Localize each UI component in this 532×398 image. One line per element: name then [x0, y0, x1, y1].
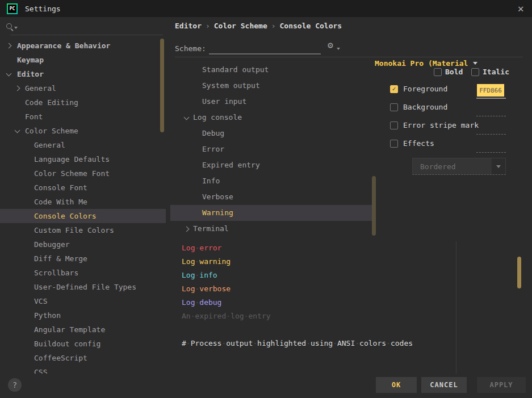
- italic-label: Italic: [483, 68, 509, 77]
- chevron-right-icon: [15, 86, 20, 91]
- sidebar-item-console-colors[interactable]: Console Colors: [0, 209, 166, 223]
- foreground-color-swatch[interactable]: FFD866: [477, 84, 504, 97]
- italic-checkbox[interactable]: [471, 68, 479, 76]
- sidebar-item-buildout-config[interactable]: Buildout config: [0, 337, 166, 351]
- sidebar-item-user-defined-file-types[interactable]: User-Defined File Types: [0, 280, 166, 294]
- search-options-caret-icon: [14, 27, 18, 29]
- sidebar-item-vcs[interactable]: VCS: [0, 294, 166, 308]
- preview-line: Log·warning: [182, 255, 231, 269]
- sidebar-item-color-scheme[interactable]: Color Scheme: [0, 124, 166, 138]
- sidebar-item-diff-merge[interactable]: Diff & Merge: [0, 252, 166, 266]
- background-label: Background: [403, 103, 447, 112]
- search-input[interactable]: [0, 17, 166, 35]
- search-underline: [10, 35, 163, 35]
- window-title: Settings: [25, 5, 61, 13]
- sidebar-item-css[interactable]: CSS: [0, 365, 166, 374]
- chevron-down-icon: [6, 71, 12, 77]
- apply-button[interactable]: APPLY: [477, 377, 526, 393]
- sidebar-item-appearance-behavior[interactable]: Appearance & Behavior: [0, 39, 166, 53]
- sidebar-item-editor[interactable]: Editor: [0, 67, 166, 81]
- effects-color-field[interactable]: [476, 152, 506, 153]
- effects-label: Effects: [403, 139, 434, 148]
- error-stripe-mark-label: Error stripe mark: [403, 121, 479, 130]
- dropdown-arrow-button: [492, 158, 505, 174]
- preview-scrollbar[interactable]: [517, 257, 521, 288]
- sidebar-item-angular-template[interactable]: Angular Template: [0, 322, 166, 337]
- sidebar-item-general[interactable]: General: [0, 81, 166, 95]
- effect-type-value: Bordered: [413, 162, 492, 171]
- foreground-color-field[interactable]: [476, 98, 506, 99]
- close-icon[interactable]: ×: [517, 3, 525, 14]
- search-icon: [6, 23, 12, 29]
- sidebar-item-scrollbars[interactable]: Scrollbars: [0, 266, 166, 280]
- whitespace-dot: ·: [195, 298, 199, 307]
- whitespace-dot: ·: [244, 312, 249, 320]
- bold-label: Bold: [445, 68, 463, 77]
- whitespace-dot: ·: [226, 312, 231, 320]
- preview-line: Log·debug: [182, 296, 221, 309]
- preview-line: #·Process·output·highlighted·using·ANSI·…: [182, 337, 413, 350]
- whitespace-dot: ·: [195, 257, 199, 266]
- whitespace-dot: ·: [306, 339, 311, 347]
- whitespace-dot: ·: [253, 339, 257, 347]
- whitespace-dot: ·: [195, 244, 199, 252]
- preview-line: Log·error: [182, 241, 221, 255]
- background-checkbox[interactable]: [390, 103, 398, 111]
- help-button[interactable]: ?: [8, 378, 22, 392]
- settings-main-pane: Editor›Color Scheme›Console Colors Schem…: [166, 17, 532, 398]
- preview-line: Log·info: [182, 269, 217, 282]
- sidebar-item-code-with-me[interactable]: Code With Me: [0, 195, 166, 209]
- ok-button[interactable]: OK: [376, 377, 417, 393]
- whitespace-dot: ·: [195, 284, 199, 293]
- chevron-down-icon: [15, 128, 20, 133]
- settings-tree: Appearance & BehaviorKeymapEditorGeneral…: [0, 39, 166, 374]
- chevron-right-icon: [184, 227, 190, 232]
- title-bar: PC Settings ×: [0, 0, 532, 17]
- sidebar-item-color-scheme-font[interactable]: Color Scheme Font: [0, 166, 166, 181]
- cancel-button[interactable]: CANCEL: [421, 377, 467, 393]
- chevron-down-icon: [496, 165, 501, 168]
- settings-sidebar: Appearance & BehaviorKeymapEditorGeneral…: [0, 17, 166, 398]
- sidebar-item-custom-file-colors[interactable]: Custom File Colors: [0, 223, 166, 237]
- sidebar-item-font[interactable]: Font: [0, 110, 166, 124]
- settings-dialog: PC Settings × Appearance & BehaviorKeyma…: [0, 0, 532, 398]
- effects-checkbox[interactable]: [390, 140, 398, 148]
- error-stripe-mark-checkbox[interactable]: [390, 122, 398, 129]
- attribute-panel: Bold Italic ✓ForegroundFFD866BackgroundE…: [166, 17, 532, 204]
- sidebar-scrollbar[interactable]: [160, 39, 164, 132]
- whitespace-dot: ·: [221, 339, 226, 347]
- pycharm-logo-icon: PC: [7, 3, 18, 14]
- chevron-right-icon: [6, 43, 12, 49]
- foreground-checkbox[interactable]: ✓: [390, 85, 398, 93]
- sidebar-item-language-defaults[interactable]: Language Defaults: [0, 152, 166, 166]
- whitespace-dot: ·: [333, 339, 337, 347]
- whitespace-dot: ·: [191, 312, 195, 320]
- sidebar-item-debugger[interactable]: Debugger: [0, 237, 166, 252]
- preview-line: Log·verbose: [182, 282, 231, 296]
- background-color-field[interactable]: [476, 116, 506, 116]
- console-preview-pane[interactable]: Log·errorLog·warningLog·infoLog·verboseL…: [166, 241, 523, 391]
- option-item-terminal[interactable]: Terminal: [170, 221, 372, 237]
- whitespace-dot: ·: [195, 271, 199, 279]
- bold-checkbox[interactable]: [434, 68, 442, 76]
- preview-line: An·expired·log·entry: [182, 309, 271, 323]
- sidebar-item-coffeescript[interactable]: CoffeeScript: [0, 351, 166, 365]
- sidebar-item-keymap[interactable]: Keymap: [0, 53, 166, 67]
- sidebar-item-general[interactable]: General: [0, 138, 166, 152]
- error-stripe-mark-color-field[interactable]: [476, 134, 506, 135]
- sidebar-item-code-editing[interactable]: Code Editing: [0, 95, 166, 110]
- foreground-label: Foreground: [403, 85, 447, 94]
- effect-type-dropdown[interactable]: Bordered: [412, 158, 506, 175]
- whitespace-dot: ·: [186, 339, 191, 347]
- whitespace-dot: ·: [355, 339, 359, 347]
- whitespace-dot: ·: [386, 339, 391, 347]
- sidebar-item-console-font[interactable]: Console Font: [0, 181, 166, 195]
- sidebar-item-python[interactable]: Python: [0, 308, 166, 322]
- option-item-warning[interactable]: Warning: [170, 205, 372, 221]
